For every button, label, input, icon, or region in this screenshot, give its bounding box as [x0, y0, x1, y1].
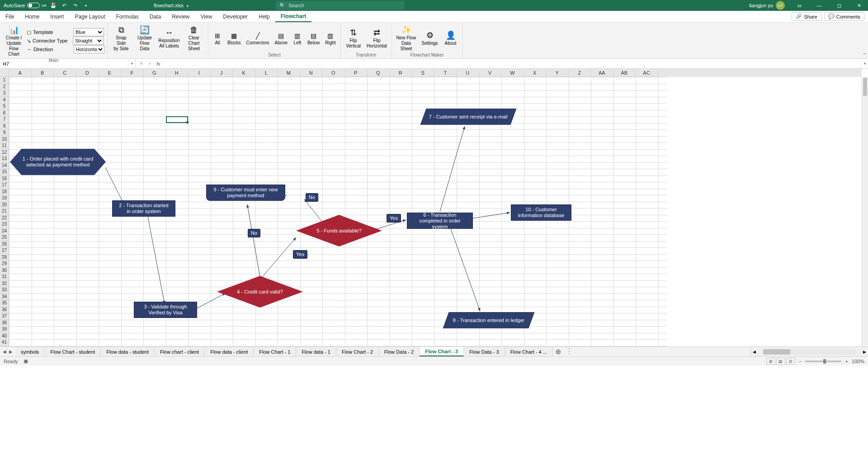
row-header-26[interactable]: 26 [0, 241, 9, 248]
search-input[interactable] [288, 3, 401, 8]
row-header-23[interactable]: 23 [0, 221, 9, 228]
sheet-tab[interactable]: Flow Data - 2 [379, 347, 420, 356]
col-header-E[interactable]: E [99, 69, 121, 77]
row-header-2[interactable]: 2 [0, 84, 9, 90]
update-flow-data-button[interactable]: 🔄 Update Flow Data [134, 24, 156, 52]
menu-item-help[interactable]: Help [253, 11, 275, 22]
col-header-Y[interactable]: Y [546, 69, 569, 77]
col-header-J[interactable]: J [211, 69, 233, 77]
col-header-AA[interactable]: AA [591, 69, 613, 77]
collapse-ribbon-icon[interactable]: ⌃ [863, 52, 866, 57]
row-header-9[interactable]: 9 [0, 129, 9, 136]
flip-horizontal-button[interactable]: ⇄ Flip Horizontal [365, 26, 389, 50]
clear-chart-sheet-button[interactable]: 🗑 Clear Chart Sheet [183, 24, 205, 52]
new-flow-data-sheet-button[interactable]: ✨ New Flow Data Sheet [395, 24, 418, 52]
row-header-13[interactable]: 13 [0, 156, 9, 162]
col-header-F[interactable]: F [121, 69, 144, 77]
tab-more-icon[interactable]: ⋮ [564, 347, 575, 356]
menu-item-data[interactable]: Data [144, 11, 166, 22]
settings-button[interactable]: ⚙ Settings [420, 29, 440, 47]
close-button[interactable]: ✕ [850, 0, 868, 11]
select-all-button[interactable]: ⊞All [211, 30, 224, 46]
row-header-27[interactable]: 27 [0, 247, 9, 254]
sheet-tab[interactable]: Flow Chart - 2 [336, 347, 379, 356]
flow-label-no-1[interactable]: No [248, 229, 260, 237]
sheet-tab[interactable]: Flow Chart - student [45, 347, 101, 356]
col-header-Z[interactable]: Z [569, 69, 591, 77]
share-button[interactable]: 🔗 Share [792, 12, 821, 21]
row-header-33[interactable]: 33 [0, 287, 9, 294]
flow-label-no-2[interactable]: No [306, 193, 318, 202]
flow-label-yes-1[interactable]: Yes [293, 250, 307, 259]
row-header-30[interactable]: 30 [0, 267, 9, 274]
row-header-22[interactable]: 22 [0, 215, 9, 222]
row-header-16[interactable]: 16 [0, 175, 9, 182]
menu-item-review[interactable]: Review [166, 11, 195, 22]
col-header-M[interactable]: M [278, 69, 300, 77]
col-header-P[interactable]: P [345, 69, 368, 77]
row-header-39[interactable]: 39 [0, 326, 9, 333]
zoom-level[interactable]: 100% [852, 359, 864, 364]
col-header-I[interactable]: I [188, 69, 211, 77]
row-header-36[interactable]: 36 [0, 307, 9, 313]
avatar[interactable]: LY [776, 1, 785, 10]
menu-item-insert[interactable]: Insert [45, 11, 69, 22]
sheet-tab[interactable]: Flow data - student [101, 347, 155, 356]
reposition-labels-button[interactable]: ↔ Reposition All Labels [157, 26, 181, 50]
menu-item-formulas[interactable]: Formulas [111, 11, 144, 22]
search-box[interactable]: 🔍 [276, 1, 405, 10]
col-header-O[interactable]: O [322, 69, 345, 77]
flow-node-8[interactable]: 8 - Transaction entered in ledger [443, 312, 534, 328]
sheet-tab[interactable]: Flow data - client [205, 347, 254, 356]
fx-icon[interactable]: fx [156, 61, 160, 66]
row-header-12[interactable]: 12 [0, 149, 9, 156]
col-header-AC[interactable]: AC [636, 69, 658, 77]
normal-view-button[interactable]: ⊞ [766, 358, 775, 365]
select-connectors-button[interactable]: ╱Connectors [244, 30, 271, 46]
col-header-S[interactable]: S [412, 69, 434, 77]
save-icon[interactable]: 💾 [50, 2, 57, 9]
zoom-in-button[interactable]: + [845, 359, 848, 364]
enter-formula-icon[interactable]: ✓ [148, 61, 152, 66]
flow-label-yes-2[interactable]: Yes [387, 214, 401, 223]
select-above-button[interactable]: ▤Above [273, 30, 289, 46]
col-header-K[interactable]: K [233, 69, 255, 77]
macro-record-icon[interactable]: ▣ [24, 358, 28, 364]
row-header-28[interactable]: 28 [0, 254, 9, 261]
comments-button[interactable]: 💬 Comments [824, 12, 864, 21]
flow-node-2[interactable]: 2 - Transaction started in order system [112, 200, 175, 217]
row-header-41[interactable]: 41 [0, 339, 9, 346]
row-header-29[interactable]: 29 [0, 261, 9, 267]
col-header-L[interactable]: L [255, 69, 278, 77]
scroll-right-icon[interactable]: ▶ [861, 350, 868, 354]
menu-item-flowchart[interactable]: Flowchart [275, 11, 312, 22]
menu-item-page-layout[interactable]: Page Layout [69, 11, 110, 22]
row-header-11[interactable]: 11 [0, 142, 9, 149]
flow-node-7[interactable]: 7 - Customer sent receipt via e-mail [420, 109, 516, 125]
selected-cell[interactable] [166, 116, 189, 123]
tab-scroll-right-icon[interactable]: ▶ [9, 349, 13, 354]
column-headers[interactable]: ABCDEFGHIJKLMNOPQRSTUVWXYZAAABAC [9, 69, 862, 77]
row-header-21[interactable]: 21 [0, 208, 9, 215]
sheet-tab[interactable]: symbols [15, 347, 45, 356]
spreadsheet-grid[interactable]: ABCDEFGHIJKLMNOPQRSTUVWXYZAAABAC 1234567… [0, 69, 868, 346]
horizontal-scrollbar[interactable]: ◀ ▶ [750, 347, 868, 356]
row-header-6[interactable]: 6 [0, 110, 9, 117]
menu-item-file[interactable]: File [0, 11, 19, 22]
template-select[interactable]: Blue [73, 28, 104, 36]
add-sheet-button[interactable]: ⊕ [553, 347, 564, 356]
row-header-5[interactable]: 5 [0, 103, 9, 110]
row-header-8[interactable]: 8 [0, 123, 9, 130]
row-header-1[interactable]: 1 [0, 77, 9, 84]
sheet-tab[interactable]: Flow Chart - 3 [420, 347, 464, 356]
page-break-view-button[interactable]: ⊟ [786, 358, 795, 365]
flow-node-10[interactable]: 10 - Customer information database [511, 204, 571, 221]
zoom-slider[interactable] [805, 360, 841, 362]
row-header-18[interactable]: 18 [0, 189, 9, 195]
menu-item-view[interactable]: View [195, 11, 218, 22]
select-right-button[interactable]: ▥Right [323, 30, 337, 46]
row-header-19[interactable]: 19 [0, 195, 9, 202]
col-header-H[interactable]: H [166, 69, 189, 77]
col-header-B[interactable]: B [32, 69, 54, 77]
flow-node-6[interactable]: 6 - Transaction completed in order syste… [407, 213, 473, 229]
